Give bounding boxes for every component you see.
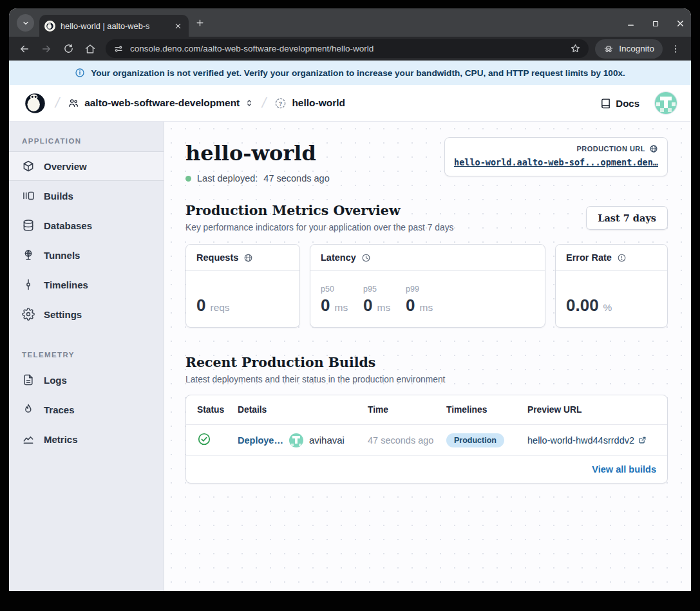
builds-table-footer: View all builds (186, 456, 667, 483)
address-bar[interactable]: console.deno.com/aalto-web-software-deve… (106, 39, 589, 58)
banner-text: Your organization is not verified yet. V… (91, 68, 625, 78)
org-breadcrumb[interactable]: aalto-web-software-development (68, 97, 254, 109)
latency-p50: p50 0ms (321, 285, 351, 315)
col-details: Details (238, 405, 368, 415)
docs-link[interactable]: Docs (600, 98, 639, 109)
metrics-section-subtitle: Key performance indicators for your appl… (185, 223, 453, 232)
forward-arrow-icon (41, 43, 52, 55)
docs-label: Docs (616, 98, 639, 109)
production-url-card: PRODUCTION URL hello-world.aalto-web-sof… (444, 137, 668, 176)
sidebar-item-label: Overview (44, 161, 87, 172)
latency-card-title: Latency (321, 252, 356, 263)
builds-section-title: Recent Production Builds (185, 355, 445, 370)
sidebar-item-tunnels[interactable]: Tunnels (9, 240, 164, 270)
org-switcher-icon[interactable] (245, 99, 254, 108)
author-avatar (289, 433, 303, 447)
sidebar-item-metrics[interactable]: Metrics (9, 424, 164, 454)
last-deployed-value: 47 seconds ago (263, 173, 329, 183)
build-details-link[interactable]: Deploye… (238, 435, 283, 446)
main-panel: hello-world Last deployed: 47 seconds ag… (164, 122, 691, 591)
builds-section-subtitle: Latest deployments and their status in t… (185, 375, 445, 384)
new-tab-button[interactable] (195, 18, 205, 30)
book-icon (600, 98, 611, 109)
breadcrumb-separator: / (260, 95, 270, 111)
alert-circle-icon (617, 253, 627, 263)
external-link-icon (638, 436, 647, 444)
sidebar-item-logs[interactable]: Logs (9, 365, 164, 395)
svg-text:?: ? (279, 100, 282, 106)
page-title: hello-world (185, 141, 330, 165)
production-url-label: PRODUCTION URL (576, 145, 645, 153)
deno-logo[interactable] (23, 91, 47, 115)
project-icon: ? (274, 97, 287, 109)
sidebar-item-label: Builds (44, 191, 73, 202)
header-right: Docs (600, 92, 677, 114)
project-breadcrumb[interactable]: ? hello-world (274, 97, 345, 109)
requests-value: 0 (196, 296, 205, 315)
globe-icon (243, 253, 253, 263)
tab-close-icon[interactable] (172, 20, 184, 32)
last-deployed-status: Last deployed: 47 seconds ago (185, 173, 330, 183)
build-preview-link[interactable]: hello-world-hwd44srrddv2 (527, 435, 656, 446)
forward-button[interactable] (37, 40, 55, 58)
sidebar-section-telemetry: TELEMETRY (9, 341, 164, 365)
build-status-cell (197, 432, 238, 448)
maximize-icon[interactable] (652, 20, 659, 28)
error-rate-unit: % (603, 302, 612, 314)
site-settings-icon[interactable] (113, 44, 124, 54)
user-avatar[interactable] (655, 92, 677, 114)
sidebar-item-settings[interactable]: Settings (9, 299, 164, 329)
back-button[interactable] (15, 40, 33, 58)
tunnels-globe-icon (22, 249, 35, 261)
clock-icon (361, 253, 371, 263)
production-badge[interactable]: Production (446, 433, 504, 447)
sidebar-item-overview[interactable]: Overview (9, 151, 164, 181)
verification-banner[interactable]: Your organization is not verified yet. V… (9, 61, 691, 85)
plus-icon (195, 18, 205, 28)
requests-unit: reqs (210, 302, 229, 314)
sidebar-item-databases[interactable]: Databases (9, 211, 164, 240)
col-preview-url: Preview URL (527, 405, 656, 415)
incognito-icon (603, 44, 614, 54)
bookmark-star-icon[interactable] (570, 43, 581, 54)
col-time: Time (368, 405, 446, 415)
back-arrow-icon (19, 43, 30, 55)
sidebar-item-label: Traces (44, 404, 75, 415)
sidebar-item-traces[interactable]: Traces (9, 395, 164, 424)
tab-strip: hello-world | aalto-web-s (9, 8, 691, 37)
home-button[interactable] (81, 40, 99, 58)
url-text[interactable]: console.deno.com/aalto-web-software-deve… (130, 44, 563, 53)
builds-table: Status Details Time Timelines Preview UR… (185, 395, 668, 484)
build-details-cell: Deploye… avihavai (238, 433, 368, 447)
sidebar-item-label: Logs (44, 375, 67, 386)
latency-p99: p99 0ms (406, 285, 436, 315)
error-rate-value: 0.00 (566, 296, 599, 315)
sidebar-item-timelines[interactable]: Timelines (9, 270, 164, 299)
build-author: avihavai (309, 435, 345, 446)
logs-file-icon (22, 373, 35, 386)
col-status: Status (197, 405, 238, 415)
production-url-link[interactable]: hello-world.aalto-web-sof...opment.den… (454, 157, 658, 167)
last-deployed-label: Last deployed: (197, 173, 258, 183)
browser-tab[interactable]: hello-world | aalto-web-s (39, 15, 189, 37)
globe-icon (649, 144, 658, 153)
close-icon[interactable] (676, 19, 685, 28)
database-icon (22, 219, 35, 232)
browser-menu-button[interactable] (667, 40, 685, 58)
breadcrumb-separator: / (52, 95, 62, 111)
reload-button[interactable] (59, 40, 77, 58)
sidebar-section-application: APPLICATION (9, 127, 164, 151)
check-circle-icon (197, 432, 211, 446)
tab-search-button[interactable] (17, 14, 34, 32)
metrics-section-header: Production Metrics Overview Key performa… (185, 203, 453, 232)
content-area: APPLICATION Overview Builds Databases Tu… (9, 122, 691, 591)
incognito-badge: Incognito (595, 39, 663, 59)
sidebar-item-builds[interactable]: Builds (9, 181, 164, 211)
view-all-builds-link[interactable]: View all builds (592, 464, 656, 475)
table-row: Deploye… avihavai 47 seconds ago Product… (186, 425, 667, 456)
sidebar: APPLICATION Overview Builds Databases Tu… (9, 122, 164, 591)
time-range-button[interactable]: Last 7 days (586, 206, 668, 230)
minimize-icon[interactable] (627, 19, 635, 28)
builds-icon (22, 189, 35, 202)
requests-card-title: Requests (196, 252, 238, 263)
